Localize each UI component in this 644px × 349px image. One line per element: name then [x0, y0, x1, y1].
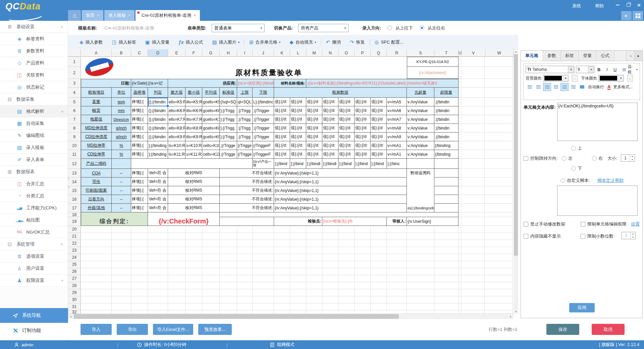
cell-W11[interactable] — [485, 150, 513, 159]
cell-U12[interactable] — [459, 159, 461, 169]
cell-W7[interactable] — [485, 115, 513, 124]
cell-W5[interactable] — [485, 98, 513, 106]
cell-Q8[interactable]: 值};{/d — [371, 124, 387, 133]
sidebar-item-auto-collect[interactable]: ▦自动采集 — [0, 117, 68, 130]
cell-J10[interactable]: {/TriggerF — [253, 141, 274, 150]
cell-M29[interactable] — [306, 289, 322, 296]
cell-V24[interactable] — [461, 254, 485, 261]
row-header-14[interactable]: 14 — [68, 178, 81, 186]
cell-Q21[interactable] — [371, 233, 387, 240]
cell-R28[interactable] — [387, 282, 407, 289]
cell-K32[interactable] — [274, 310, 290, 314]
cell-H25[interactable] — [220, 261, 237, 268]
cell-L20[interactable] — [290, 226, 306, 233]
cell-M32[interactable] — [306, 310, 322, 314]
cell-G28[interactable] — [202, 282, 220, 289]
cell-N11[interactable]: 值};{/d: — [322, 150, 338, 159]
vertical-scrollbar[interactable]: ▴ ▾ — [514, 49, 518, 314]
cell-U7[interactable] — [459, 115, 461, 124]
col-header-L[interactable]: L — [290, 49, 306, 57]
cell-E8[interactable]: ells=K8:R — [168, 124, 185, 133]
cell-V28[interactable] — [461, 282, 485, 289]
cell-K3[interactable]: 材料名称/规格: — [274, 79, 306, 88]
row-header-13[interactable]: 13 — [68, 169, 81, 178]
cell-K20[interactable] — [274, 226, 290, 233]
cell-W21[interactable] — [485, 233, 513, 240]
export-button[interactable]: 导出 — [117, 324, 148, 335]
scroll-right-icon[interactable]: ▸ — [508, 314, 514, 319]
cell-Q32[interactable] — [371, 310, 387, 314]
cell-O9[interactable]: 值};{/d — [338, 133, 355, 141]
cell-E10[interactable]: ls=K10:R — [168, 141, 185, 150]
cell-E26[interactable] — [168, 268, 185, 275]
cell-P11[interactable]: 值};{/d: — [355, 150, 371, 159]
cell-B22[interactable] — [112, 240, 131, 247]
cancel-button[interactable]: 取消 — [592, 324, 625, 335]
cell-H5[interactable]: {/sql=SQ — [220, 98, 237, 106]
sidebar-section-data-report[interactable]: ⊞数据报表 — [0, 166, 68, 178]
cell-C5[interactable]: 择项};{ — [131, 98, 148, 106]
script-help-link[interactable]: 脚本定义帮助 — [597, 178, 624, 184]
cell-A5[interactable]: 基重 — [81, 98, 112, 106]
cell-S7[interactable]: v:AnyValue — [407, 115, 434, 124]
cell-F27[interactable] — [185, 275, 202, 282]
cell-C4[interactable]: 选择项 — [131, 88, 148, 98]
cell-G23[interactable] — [202, 247, 220, 254]
cell-C32[interactable] — [131, 310, 148, 314]
cell-A24[interactable] — [81, 254, 112, 261]
cell-L7[interactable]: 值};{/d — [290, 115, 306, 124]
stepper-down-icon[interactable]: ▾ — [630, 158, 635, 161]
cell-T20[interactable] — [434, 226, 459, 233]
cell-A22[interactable] — [81, 240, 112, 247]
panel-tab-3[interactable]: 变量 — [579, 51, 596, 61]
align-top-button[interactable] — [526, 83, 534, 91]
tab-scroll-right-icon[interactable]: ▸ — [634, 51, 642, 61]
cell-I27[interactable] — [237, 275, 253, 282]
cell-J4[interactable]: 下限 — [253, 88, 274, 98]
col-header-W[interactable]: W — [485, 49, 514, 57]
cell-O28[interactable] — [338, 282, 355, 289]
row-header-28[interactable]: 28 — [68, 282, 81, 289]
cell-Q12[interactable]: };{/bind — [371, 159, 387, 169]
cell-K6[interactable]: 值};{/d: — [274, 106, 290, 115]
cell-M26[interactable] — [306, 268, 322, 275]
cell-F4[interactable]: 最小值 — [185, 88, 202, 98]
cell-D10[interactable]: };{/binding — [148, 141, 168, 150]
vertical-scroll-thumb[interactable] — [514, 54, 518, 256]
col-header-J[interactable]: J — [253, 49, 274, 57]
cell-G31[interactable] — [202, 303, 220, 310]
sidebar-item-relation-data[interactable]: ◫关联资料 — [0, 69, 68, 81]
cell-U6[interactable] — [459, 106, 461, 115]
cell-R23[interactable] — [387, 247, 407, 254]
col-header-U[interactable]: U — [459, 49, 462, 57]
cell-V3[interactable] — [461, 79, 485, 88]
cell-O21[interactable] — [338, 233, 355, 240]
row-header-25[interactable]: 25 — [68, 261, 81, 268]
cell-H27[interactable] — [220, 275, 237, 282]
toolbar-auto-fill[interactable]: ◆自动填充▾ — [289, 39, 316, 45]
cell-A19[interactable]: 综合判定: — [81, 217, 148, 226]
collapse-left-icon[interactable]: ‹ — [68, 176, 69, 181]
cell-N29[interactable] — [322, 289, 338, 296]
cell-V20[interactable] — [461, 226, 485, 233]
cell-B24[interactable] — [112, 254, 131, 261]
row-header-6[interactable]: 6 — [68, 106, 81, 115]
toolbar-insert-image[interactable]: ▨插入图片▾ — [212, 39, 240, 45]
cell-T8[interactable]: ;{/bindin — [434, 124, 459, 133]
col-header-S[interactable]: S — [407, 49, 434, 57]
cell-J12[interactable]: {/a:v=产品一维 — [253, 159, 274, 169]
cell-K25[interactable] — [274, 261, 290, 268]
cell-F11[interactable]: s=K11:R: — [185, 150, 202, 159]
cell-A9[interactable]: CD拉伸强度 — [81, 133, 112, 141]
cell-U25[interactable] — [459, 261, 461, 268]
cell-L24[interactable] — [290, 254, 306, 261]
cell-E25[interactable] — [168, 261, 185, 268]
cell-U21[interactable] — [459, 233, 461, 240]
row-header-20[interactable]: 20 — [68, 226, 81, 233]
cell-A13[interactable]: COA — [81, 169, 112, 178]
sheet-corner[interactable] — [68, 49, 81, 57]
stepper-up-icon[interactable]: ▴ — [631, 232, 635, 236]
cell-T15[interactable] — [434, 186, 459, 195]
cell-C31[interactable] — [131, 303, 148, 310]
cell-E24[interactable] — [168, 254, 185, 261]
